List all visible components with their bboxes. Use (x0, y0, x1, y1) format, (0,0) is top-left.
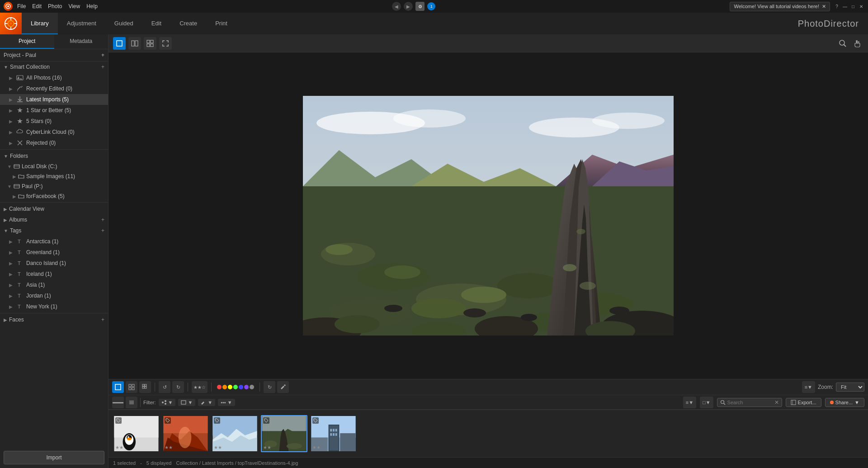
project-add-btn[interactable]: + (101, 52, 104, 58)
help-btn[interactable]: ? (834, 3, 840, 9)
color-orange[interactable] (222, 385, 227, 389)
tag-danco-island[interactable]: ▶ T Danco Island (1) (0, 258, 108, 269)
sc-latest-imports[interactable]: ▶ Latest Imports (5) (0, 94, 108, 105)
search-icon-btn[interactable] (836, 37, 849, 50)
tab-guided[interactable]: Guided (105, 13, 142, 34)
tag-iceland[interactable]: ▶ T Iceland (1) (0, 269, 108, 279)
tab-create[interactable]: Create (170, 13, 206, 34)
folder-forfacebook[interactable]: ▶ forFacebook (5) (0, 191, 108, 201)
faces-add-btn[interactable]: + (101, 317, 104, 323)
smart-collection-add-btn[interactable]: + (101, 64, 104, 70)
folders-header[interactable]: ▼ Folders (0, 151, 108, 161)
layout-filter-btn[interactable]: □▼ (700, 397, 713, 408)
star-btn[interactable]: ★★☆ (192, 381, 208, 393)
thumb-4[interactable]: ★★ (261, 415, 307, 452)
view-single-btn[interactable] (112, 381, 124, 393)
sc-recently-edited[interactable]: ▶ Recently Edited (0) (0, 83, 108, 94)
share-button[interactable]: Share... ▼ (825, 398, 864, 407)
sort-filter-btn[interactable]: ≡▼ (683, 397, 696, 408)
menu-file[interactable]: File (17, 3, 26, 9)
tab-adjustment[interactable]: Adjustment (58, 13, 105, 34)
settings-btn[interactable]: ⚙ (415, 2, 425, 11)
tag-greenland[interactable]: ▶ T Greenland (1) (0, 247, 108, 258)
view-grid-large-btn[interactable] (139, 381, 151, 393)
export-button[interactable]: Export... (786, 398, 821, 407)
refresh-btn[interactable]: ↻ (264, 381, 275, 393)
thumb-2[interactable]: ★★ (162, 415, 209, 452)
view-grid-small-btn[interactable] (126, 381, 137, 393)
nav-forward-btn[interactable]: ▶ (404, 2, 413, 11)
menu-help[interactable]: Help (86, 3, 98, 9)
thumb-3[interactable]: ★★ (212, 415, 258, 452)
compare-view-btn[interactable] (128, 37, 141, 50)
color-purple[interactable] (244, 385, 249, 389)
thumb-1[interactable]: ★★ (113, 415, 160, 452)
tags-add-btn[interactable]: + (101, 227, 104, 234)
sidebar: Project Metadata Project - Paul + ▼ Smar… (0, 34, 108, 468)
tags-header[interactable]: ▼ Tags + (0, 225, 108, 236)
filter-rect-btn[interactable]: ▼ (178, 399, 195, 406)
tab-metadata[interactable]: Metadata (54, 34, 108, 49)
rotate-right-btn[interactable]: ↻ (172, 381, 184, 393)
faces-header[interactable]: ▶ Faces + (0, 314, 108, 325)
single-view-btn[interactable] (113, 37, 126, 50)
folder-paul-parent[interactable]: ▼ Paul (P:) (0, 181, 108, 191)
search-clear-btn[interactable]: ✕ (774, 399, 779, 406)
thumb-4-stars: ★★ (263, 445, 271, 450)
svg-point-60 (563, 264, 576, 271)
color-green[interactable] (233, 385, 238, 389)
folder-sample-images[interactable]: ▶ Sample Images (11) (0, 171, 108, 181)
color-red[interactable] (217, 385, 222, 389)
folder-local-disk-parent[interactable]: ▼ Local Disk (C:) (0, 161, 108, 171)
filmstrip: ★★ ★★ (108, 410, 868, 457)
edit-btn[interactable] (277, 381, 289, 393)
filter-more-btn[interactable]: ••• ▼ (218, 399, 235, 406)
notification-badge[interactable]: 1 (427, 2, 435, 10)
search-input[interactable] (727, 400, 773, 405)
svg-rect-79 (145, 384, 146, 386)
color-yellow[interactable] (228, 385, 232, 389)
calendar-view-header[interactable]: ▶ Calendar View (0, 203, 108, 214)
grid-view-btn[interactable] (144, 37, 156, 50)
sc-5stars[interactable]: ▶ 5 Stars (0) (0, 116, 108, 127)
color-blue[interactable] (239, 385, 243, 389)
hand-icon-btn[interactable] (851, 37, 863, 50)
sc-all-photos[interactable]: ▶ All Photos (16) (0, 72, 108, 83)
smart-collection-header[interactable]: ▼ Smart Collection + (0, 61, 108, 72)
tab-project[interactable]: Project (0, 34, 54, 49)
main-layout: Project Metadata Project - Paul + ▼ Smar… (0, 34, 868, 468)
filter-all-btn[interactable]: ▼ (159, 399, 176, 406)
sc-1star[interactable]: ▶ 1 Star or Better (5) (0, 105, 108, 116)
tab-library[interactable]: Library (22, 13, 58, 34)
import-button[interactable]: Import (4, 451, 104, 464)
menu-view[interactable]: View (68, 3, 80, 9)
filter-edit-btn[interactable]: ▼ (198, 399, 215, 406)
rotate-left-btn[interactable]: ↺ (159, 381, 170, 393)
color-gray[interactable] (250, 385, 254, 389)
nav-back-btn[interactable]: ◀ (392, 2, 401, 11)
sort-icon-btn[interactable]: ≡▼ (802, 381, 815, 393)
sc-rejected[interactable]: ▶ Rejected (0) (0, 137, 108, 148)
filmstrip-view-btn[interactable]: ▬▬▬ (112, 397, 124, 408)
tab-print[interactable]: Print (206, 13, 236, 34)
svg-rect-28 (135, 41, 138, 46)
tag-asia[interactable]: ▶ T Asia (1) (0, 279, 108, 290)
close-btn[interactable]: ✕ (858, 3, 864, 9)
tag-antarctica[interactable]: ▶ T Antarctica (1) (0, 236, 108, 247)
thumb-5[interactable]: ★★ (310, 415, 357, 452)
svg-point-114 (287, 443, 302, 449)
tag-new-york[interactable]: ▶ T New York (1) (0, 301, 108, 312)
albums-add-btn[interactable]: + (101, 217, 104, 223)
menu-photo[interactable]: Photo (48, 3, 62, 9)
close-banner-btn[interactable]: ✕ (822, 4, 826, 9)
fullscreen-btn[interactable] (159, 37, 172, 50)
tag-jordan[interactable]: ▶ T Jordan (1) (0, 290, 108, 301)
albums-header[interactable]: ▶ Albums + (0, 214, 108, 225)
zoom-select[interactable]: Fit 25% 50% 100% 200% (836, 383, 864, 392)
minimize-btn[interactable]: — (842, 3, 848, 9)
menu-edit[interactable]: Edit (32, 3, 42, 9)
list-view-btn[interactable] (126, 397, 137, 408)
tab-edit[interactable]: Edit (142, 13, 170, 34)
maximize-btn[interactable]: □ (850, 3, 856, 9)
sc-cyberlink-cloud[interactable]: ▶ CyberLink Cloud (0) (0, 127, 108, 137)
